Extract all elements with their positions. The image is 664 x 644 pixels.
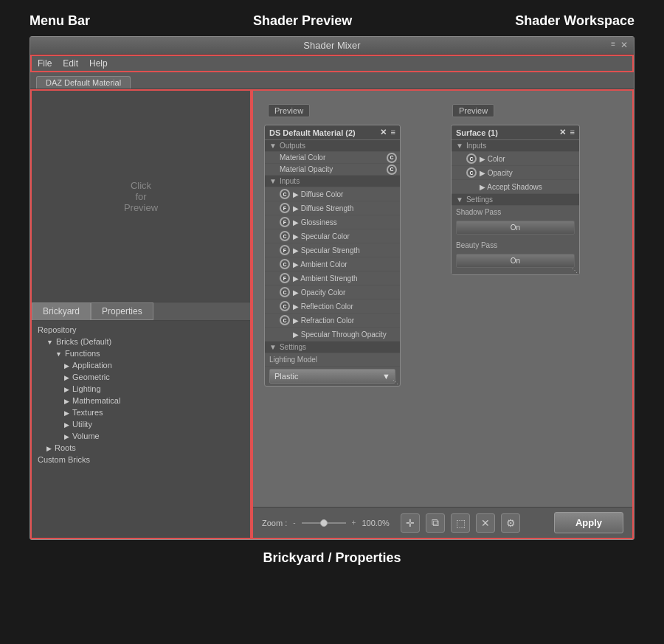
zoom-minus[interactable]: -: [293, 519, 295, 527]
copy-button[interactable]: ⧉: [426, 513, 445, 533]
connector-specular-color[interactable]: C: [280, 231, 290, 241]
lighting-model-label: Lighting Model: [265, 353, 400, 367]
properties-tab[interactable]: Properties: [91, 302, 153, 320]
connector-material-opacity-out[interactable]: C: [387, 165, 397, 175]
connector-ambient-strength[interactable]: F: [280, 273, 290, 283]
connector-opacity-color[interactable]: C: [280, 287, 290, 297]
connector-reflection-color[interactable]: C: [280, 301, 290, 311]
file-menu[interactable]: File: [38, 58, 52, 69]
node-close-icon[interactable]: ✕: [380, 128, 387, 137]
collapse-arrow[interactable]: ▼: [456, 195, 463, 204]
expand-arrow: ▶: [64, 398, 69, 405]
settings-section-ds: ▼ Settings: [265, 342, 400, 353]
settings-button[interactable]: ⚙: [501, 513, 520, 533]
output-material-color: Material Color C: [265, 152, 400, 164]
tree-item-application[interactable]: ▶Application: [32, 359, 250, 371]
preview-click-text: Click: [131, 180, 151, 191]
zoom-thumb: [320, 519, 328, 527]
collapse-arrow[interactable]: ▼: [456, 142, 463, 150]
shadow-pass-on-row: On: [452, 216, 579, 239]
shader-canvas: Preview Preview DS Default Material (2) …: [253, 91, 632, 538]
zoom-value: 100.0%: [362, 519, 395, 527]
collapse-arrow[interactable]: ▼: [269, 343, 277, 351]
resize-handle[interactable]: ⋱: [392, 378, 398, 384]
shadow-pass-label: Shadow Pass: [452, 206, 579, 216]
beauty-pass-on-row: On: [452, 249, 579, 274]
inputs-section: ▼ Inputs: [265, 176, 400, 187]
menu-icon[interactable]: ≡: [611, 40, 615, 48]
collapse-arrow[interactable]: ▼: [269, 177, 277, 185]
tree-item-roots[interactable]: ▶Roots: [32, 442, 250, 454]
tree-item-textures[interactable]: ▶Textures: [32, 406, 250, 418]
expand-arrow: ▶: [64, 433, 69, 440]
tree-item-volume[interactable]: ▶Volume: [32, 430, 250, 442]
title-bar: Shader Mixer ✕ ≡: [30, 37, 634, 55]
paste-button[interactable]: ⬚: [451, 513, 470, 533]
connector-material-color-out[interactable]: C: [387, 153, 397, 163]
tree-item-utility[interactable]: ▶Utility: [32, 418, 250, 430]
zoom-label: Zoom :: [262, 519, 287, 527]
crosshair-button[interactable]: ✛: [401, 513, 420, 533]
daz-default-material-tab[interactable]: DAZ Default Material: [36, 76, 131, 89]
connector-color-in[interactable]: C: [466, 153, 477, 164]
delete-button[interactable]: ✕: [476, 513, 495, 533]
tree-item-lighting[interactable]: ▶Lighting: [32, 383, 250, 395]
tree-view: Repository ▼Bricks (Default) ▼Functions …: [32, 321, 250, 538]
node-menu-icon[interactable]: ≡: [391, 128, 395, 137]
tree-item-functions[interactable]: ▼Functions: [32, 347, 250, 359]
tree-item-geometric[interactable]: ▶Geometric: [32, 371, 250, 383]
connector-diffuse-color[interactable]: C: [280, 189, 290, 199]
tree-item-bricks-default[interactable]: ▼Bricks (Default): [32, 336, 250, 347]
input-glossiness: F ▶ Glossiness: [265, 215, 400, 229]
connector-glossiness[interactable]: F: [280, 217, 290, 227]
connector-specular-strength[interactable]: F: [280, 245, 290, 255]
outputs-section: ▼ Outputs: [265, 140, 400, 152]
right-preview-label: Preview: [452, 104, 494, 117]
main-window: Shader Mixer ✕ ≡ File Edit Help DAZ Defa…: [30, 36, 634, 540]
ds-default-material-node: DS Default Material (2) ✕ ≡ ▼ Outputs Ma…: [264, 125, 401, 387]
shader-preview-label: Shader Preview: [253, 13, 352, 29]
tree-item-mathematical[interactable]: ▶Mathematical: [32, 395, 250, 406]
input-reflection-color: C ▶ Reflection Color: [265, 300, 400, 314]
connector-opacity-in[interactable]: C: [466, 167, 477, 178]
lighting-model-dropdown[interactable]: Plastic ▼: [269, 369, 395, 384]
help-menu[interactable]: Help: [89, 58, 108, 69]
surface-close-icon[interactable]: ✕: [559, 128, 566, 137]
tree-item-custom-bricks[interactable]: Custom Bricks: [32, 454, 250, 465]
zoom-plus[interactable]: +: [352, 519, 356, 527]
surface-node-title: Surface (1): [456, 128, 498, 137]
connector-diffuse-strength[interactable]: F: [280, 203, 290, 213]
surface-node: Surface (1) ✕ ≡ ▼ Inputs C ▶ Color: [451, 125, 580, 275]
surface-menu-icon[interactable]: ≡: [570, 128, 575, 137]
expand-arrow: ▼: [46, 339, 53, 346]
surface-resize-handle[interactable]: ⋱: [572, 267, 578, 273]
connector-refraction-color[interactable]: C: [280, 315, 290, 325]
preview-area[interactable]: Click for Preview: [32, 91, 250, 302]
surface-node-header: Surface (1) ✕ ≡: [452, 125, 579, 140]
tab-bar: DAZ Default Material: [30, 72, 634, 89]
node-header-ds: DS Default Material (2) ✕ ≡: [265, 125, 400, 140]
edit-menu[interactable]: Edit: [63, 58, 78, 69]
left-preview-label: Preview: [268, 104, 310, 117]
input-opacity-color: C ▶ Opacity Color: [265, 285, 400, 300]
expand-arrow: ▶: [46, 445, 52, 452]
beauty-pass-on-button[interactable]: On: [456, 254, 575, 268]
no-connector-surface: [466, 181, 477, 192]
collapse-arrow[interactable]: ▼: [269, 142, 277, 150]
close-button[interactable]: ✕: [620, 40, 628, 50]
zoom-slider[interactable]: [302, 522, 346, 524]
connector-ambient-color[interactable]: C: [280, 259, 290, 269]
surface-inputs-section: ▼ Inputs: [452, 140, 579, 152]
repository-label: Repository: [32, 324, 250, 336]
ds-node-title: DS Default Material (2): [269, 128, 356, 137]
apply-button[interactable]: Apply: [554, 512, 623, 533]
shadow-pass-on-button[interactable]: On: [456, 221, 575, 235]
right-panel: Preview Preview DS Default Material (2) …: [252, 89, 634, 539]
brickyard-tab[interactable]: Brickyard: [32, 302, 91, 320]
brickyard-tabs: Brickyard Properties: [32, 302, 250, 321]
left-panel: Click for Preview Brickyard Properties R…: [30, 89, 252, 539]
expand-arrow: ▶: [64, 421, 69, 429]
beauty-pass-label: Beauty Pass: [452, 239, 579, 249]
input-ambient-color: C ▶ Ambient Color: [265, 257, 400, 271]
expand-arrow: ▶: [64, 374, 69, 381]
